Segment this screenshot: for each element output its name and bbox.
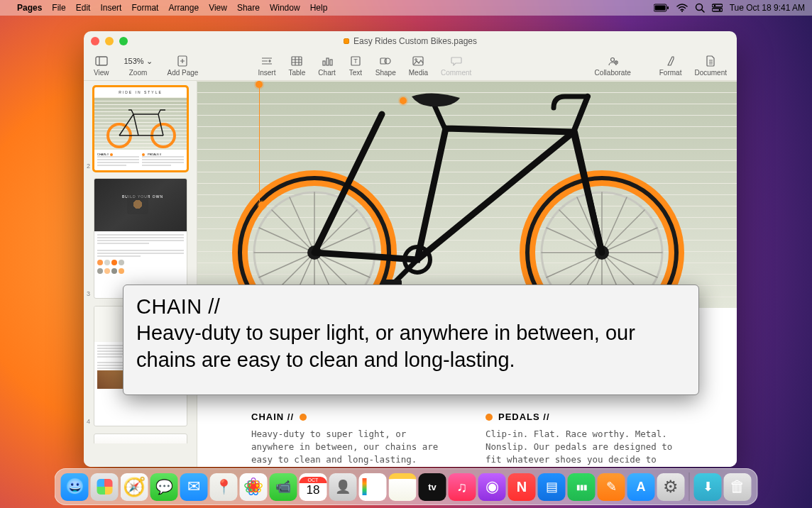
shape-icon	[378, 55, 393, 67]
chain-body[interactable]: Heavy-duty to super light, or anywhere i…	[251, 428, 443, 466]
dock-settings[interactable]	[657, 473, 685, 501]
dock-calendar[interactable]: OCT18	[300, 473, 327, 501]
chain-heading: CHAIN //	[251, 412, 294, 422]
menu-view[interactable]: View	[209, 3, 227, 13]
document-canvas[interactable]: CHAIN // Heavy-duty to super light, or a…	[197, 81, 737, 467]
toolbar-comment: Comment	[441, 55, 471, 77]
dock-mail[interactable]	[180, 473, 208, 501]
svg-point-3	[681, 11, 683, 12]
toolbar-format[interactable]: Format	[659, 55, 682, 77]
dock-reminders[interactable]	[359, 473, 387, 501]
wifi-icon[interactable]	[676, 4, 688, 12]
text-icon: T	[349, 55, 363, 67]
menu-share[interactable]: Share	[237, 3, 260, 13]
format-icon	[664, 55, 678, 67]
dock-notes[interactable]	[389, 473, 417, 501]
dock-numbers[interactable]	[568, 473, 596, 501]
toolbar: View 153% ⌄ Zoom Add Page Insert Table C…	[84, 51, 737, 81]
callout-marker	[258, 201, 265, 209]
dock-separator	[689, 473, 690, 501]
comment-icon	[449, 55, 463, 67]
menu-help[interactable]: Help	[310, 3, 328, 13]
page-thumbnail-2[interactable]: RIDE IN STYLE CHAIN // PEDALS // 2	[94, 87, 190, 171]
dock-trash[interactable]	[724, 473, 752, 501]
toolbar-media[interactable]: Media	[409, 55, 428, 77]
spotlight-icon[interactable]	[695, 3, 705, 13]
menubar-clock[interactable]: Tue Oct 18 9:41 AM	[730, 3, 805, 13]
hover-text-panel: CHAIN // Heavy-duty to super light, or a…	[123, 285, 699, 395]
toolbar-table[interactable]: Table	[288, 55, 305, 77]
page-thumbnail-5[interactable]	[94, 434, 190, 443]
dock-news[interactable]	[508, 473, 536, 501]
dock: OCT18	[55, 468, 758, 505]
dock-appstore[interactable]	[627, 473, 655, 501]
dock-contacts[interactable]	[329, 473, 357, 501]
document-icon	[703, 55, 718, 67]
app-menu[interactable]: Pages	[17, 3, 42, 13]
battery-icon[interactable]	[654, 4, 669, 12]
column-chain: CHAIN // Heavy-duty to super light, or a…	[251, 412, 443, 467]
svg-point-34	[611, 58, 615, 62]
svg-rect-10	[96, 57, 107, 65]
window-minimize-button[interactable]	[105, 37, 114, 45]
page-thumbnail-3[interactable]: BUILD YOUR OWN 3	[94, 178, 190, 299]
menu-edit[interactable]: Edit	[76, 3, 91, 13]
window-close-button[interactable]	[91, 37, 99, 45]
toolbar-document[interactable]: Document	[694, 55, 727, 77]
dock-tv[interactable]	[419, 473, 446, 501]
toolbar-view[interactable]: View	[94, 55, 109, 77]
svg-rect-1	[654, 6, 665, 11]
menu-file[interactable]: File	[52, 3, 65, 13]
dock-podcasts[interactable]	[478, 473, 506, 501]
control-center-icon[interactable]	[712, 4, 723, 12]
menu-window[interactable]: Window	[270, 3, 300, 13]
dock-photos[interactable]	[240, 473, 268, 501]
titlebar: Easy Rides Custom Bikes.pages	[84, 31, 737, 51]
media-icon	[411, 55, 425, 67]
dock-keynote[interactable]	[538, 473, 566, 501]
window-zoom-button[interactable]	[119, 37, 128, 45]
dock-maps[interactable]	[210, 473, 238, 501]
menubar: Pages File Edit Insert Format Arrange Vi…	[0, 0, 812, 16]
menu-arrange[interactable]: Arrange	[168, 3, 199, 13]
toolbar-insert[interactable]: Insert	[258, 55, 275, 77]
dock-downloads[interactable]	[694, 473, 722, 501]
toolbar-collaborate[interactable]: Collaborate	[595, 55, 631, 77]
column-pedals: PEDALS // Clip-in. Flat. Race worthy. Me…	[485, 412, 677, 467]
svg-rect-6	[712, 4, 723, 7]
table-icon	[290, 55, 304, 67]
svg-line-5	[701, 10, 704, 13]
document-proxy-icon[interactable]	[344, 38, 349, 44]
toolbar-add-page[interactable]: Add Page	[168, 55, 199, 77]
page-thumbnails-sidebar[interactable]: RIDE IN STYLE CHAIN // PEDALS // 2 BUILD…	[84, 81, 197, 467]
zoom-value: 153% ⌄	[122, 55, 155, 67]
view-icon	[94, 55, 109, 67]
pedals-body[interactable]: Clip-in. Flat. Race worthy. Metal. Nonsl…	[485, 428, 677, 467]
hover-text-body: Heavy-duty to super light, or anywhere i…	[136, 320, 686, 373]
menu-insert[interactable]: Insert	[100, 3, 121, 13]
svg-point-9	[718, 9, 720, 11]
svg-rect-26	[327, 58, 329, 65]
svg-rect-2	[667, 6, 669, 9]
chart-icon	[320, 55, 334, 67]
toolbar-chart[interactable]: Chart	[318, 55, 335, 77]
svg-text:T: T	[353, 57, 358, 65]
bullet-icon	[485, 414, 493, 421]
add-page-icon	[175, 55, 190, 67]
dock-pages[interactable]	[598, 473, 625, 501]
collaborate-icon	[605, 55, 620, 67]
menu-format[interactable]: Format	[131, 3, 158, 13]
toolbar-zoom[interactable]: 153% ⌄ Zoom	[122, 55, 155, 77]
window-title: Easy Rides Custom Bikes.pages	[353, 36, 477, 46]
svg-line-71	[574, 96, 588, 132]
toolbar-shape[interactable]: Shape	[375, 55, 396, 77]
toolbar-text[interactable]: TText	[349, 55, 363, 77]
svg-point-7	[713, 5, 715, 7]
pages-window: Easy Rides Custom Bikes.pages View 153% …	[84, 31, 737, 467]
dock-safari[interactable]	[121, 473, 148, 501]
dock-finder[interactable]	[61, 473, 89, 501]
dock-launchpad[interactable]	[91, 473, 119, 501]
dock-facetime[interactable]	[270, 473, 297, 501]
dock-messages[interactable]	[150, 473, 178, 501]
dock-music[interactable]	[449, 473, 476, 501]
